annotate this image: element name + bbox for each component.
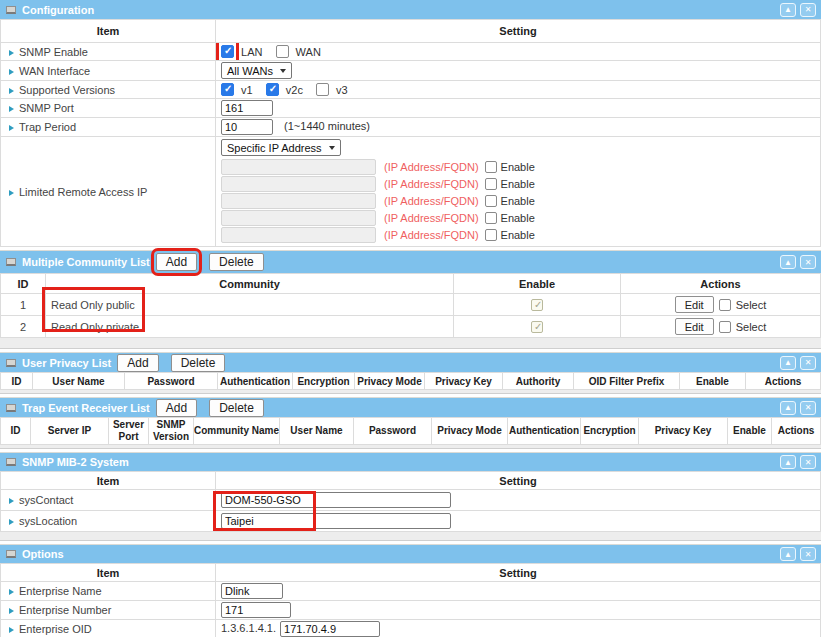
row-label: Limited Remote Access IP xyxy=(19,186,147,198)
collapse-icon[interactable]: ▲ xyxy=(780,547,796,561)
enable-label: Enable xyxy=(501,212,535,224)
snmp-port-input[interactable] xyxy=(221,100,273,116)
enable-label: Enable xyxy=(501,229,535,241)
table-row: SNMP Port xyxy=(1,99,821,118)
bullet-icon xyxy=(9,627,14,633)
remote-ip-enable-checkbox-5[interactable] xyxy=(485,229,497,241)
col-header: Authentication xyxy=(508,418,581,445)
bullet-icon xyxy=(9,125,14,131)
item-column-header: Item xyxy=(1,472,216,490)
trap-period-input[interactable] xyxy=(221,119,273,135)
col-header: Server IP xyxy=(31,418,109,445)
collapse-icon[interactable]: ▲ xyxy=(780,255,796,269)
chevron-down-icon xyxy=(329,146,335,150)
col-header-actions: Actions xyxy=(621,274,821,294)
v1-label: v1 xyxy=(241,84,253,96)
row-label: Enterprise Number xyxy=(19,604,111,616)
community-select-checkbox[interactable] xyxy=(719,321,731,333)
select-label: Select xyxy=(736,299,767,311)
community-add-button[interactable]: Add xyxy=(156,253,197,271)
remote-ip-enable-checkbox-2[interactable] xyxy=(485,178,497,190)
close-icon[interactable]: ✕ xyxy=(800,3,816,17)
remote-ip-enable-checkbox-4[interactable] xyxy=(485,212,497,224)
section-title: Options xyxy=(22,548,64,560)
close-icon[interactable]: ✕ xyxy=(800,401,816,415)
item-column-header: Item xyxy=(1,20,216,43)
remote-ip-enable-checkbox-3[interactable] xyxy=(485,195,497,207)
community-edit-button[interactable]: Edit xyxy=(675,318,714,335)
close-icon[interactable]: ✕ xyxy=(800,455,816,469)
window-icon xyxy=(6,359,16,367)
remote-ip-input-5[interactable] xyxy=(221,227,376,243)
table-row: sysContact xyxy=(1,490,821,511)
close-icon[interactable]: ✕ xyxy=(800,356,816,370)
community-select-checkbox[interactable] xyxy=(719,299,731,311)
enterprise-name-input[interactable] xyxy=(221,583,283,599)
remote-ip-input-2[interactable] xyxy=(221,176,376,192)
remote-ip-input-3[interactable] xyxy=(221,193,376,209)
community-enable-checkbox xyxy=(531,299,543,311)
bullet-icon xyxy=(9,88,14,94)
privacy-add-button[interactable]: Add xyxy=(117,354,158,372)
remote-ip-row: (IP Address/FQDN) Enable xyxy=(221,176,815,192)
collapse-icon[interactable]: ▲ xyxy=(780,356,796,370)
remote-ip-row: (IP Address/FQDN) Enable xyxy=(221,159,815,175)
multiple-community-list-header: Multiple Community List Add Delete ▲ ✕ xyxy=(0,251,821,273)
close-icon[interactable]: ✕ xyxy=(800,255,816,269)
section-title: User Privacy List xyxy=(22,357,111,369)
oid-prefix: 1.3.6.1.4.1. xyxy=(221,622,276,634)
trap-add-button[interactable]: Add xyxy=(156,399,197,417)
enterprise-oid-input[interactable] xyxy=(280,621,380,637)
collapse-icon[interactable]: ▲ xyxy=(780,401,796,415)
col-header: Encryption xyxy=(293,373,355,390)
bullet-icon xyxy=(9,106,14,112)
version-v2c-checkbox[interactable] xyxy=(266,83,279,96)
table-row: sysLocation xyxy=(1,511,821,532)
remote-ip-input-4[interactable] xyxy=(221,210,376,226)
syslocation-input[interactable] xyxy=(221,513,451,529)
col-header-community: Community xyxy=(46,274,454,294)
item-column-header: Item xyxy=(1,564,216,582)
community-row-id: 2 xyxy=(1,316,46,338)
wan-interface-select[interactable]: All WANs xyxy=(221,62,292,79)
v2c-label: v2c xyxy=(286,84,303,96)
trap-event-receiver-list-section: Trap Event Receiver List Add Delete ▲ ✕ … xyxy=(0,397,821,449)
remote-access-mode-select[interactable]: Specific IP Address xyxy=(221,139,341,156)
community-edit-button[interactable]: Edit xyxy=(675,296,714,313)
row-label: SNMP Enable xyxy=(19,46,88,58)
table-row: 1 Read Only public Edit Select xyxy=(1,294,821,316)
collapse-icon[interactable]: ▲ xyxy=(780,455,796,469)
trap-delete-button[interactable]: Delete xyxy=(209,399,264,417)
collapse-icon[interactable]: ▲ xyxy=(780,3,796,17)
version-v1-checkbox[interactable] xyxy=(221,83,234,96)
col-header: Enable xyxy=(680,373,746,390)
col-header: OID Filter Prefix xyxy=(574,373,680,390)
window-icon xyxy=(6,6,16,14)
setting-column-header: Setting xyxy=(216,564,821,582)
ip-hint: (IP Address/FQDN) xyxy=(384,178,479,190)
community-delete-button[interactable]: Delete xyxy=(209,253,264,271)
syscontact-input[interactable] xyxy=(221,492,451,508)
version-v3-checkbox[interactable] xyxy=(316,83,329,96)
trap-event-receiver-list-header: Trap Event Receiver List Add Delete ▲ ✕ xyxy=(0,398,821,417)
snmp-enable-lan-checkbox[interactable] xyxy=(221,45,234,57)
enable-label: Enable xyxy=(501,161,535,173)
remote-ip-input-1[interactable] xyxy=(221,159,376,175)
col-header: User Name xyxy=(280,418,354,445)
enterprise-number-input[interactable] xyxy=(221,602,291,618)
col-header: Server Port xyxy=(109,418,149,445)
privacy-delete-button[interactable]: Delete xyxy=(171,354,226,372)
enable-label: Enable xyxy=(501,178,535,190)
col-header: Privacy Key xyxy=(639,418,728,445)
snmp-enable-wan-checkbox[interactable] xyxy=(276,45,289,58)
bullet-icon xyxy=(9,608,14,614)
col-header: ID xyxy=(1,418,31,445)
col-header: Community Name xyxy=(194,418,280,445)
remote-ip-row: (IP Address/FQDN) Enable xyxy=(221,210,815,226)
remote-ip-enable-checkbox-1[interactable] xyxy=(485,161,497,173)
col-header: SNMP Version xyxy=(149,418,194,445)
options-header: Options ▲ ✕ xyxy=(0,545,821,563)
col-header: ID xyxy=(1,373,33,390)
close-icon[interactable]: ✕ xyxy=(800,547,816,561)
col-header: User Name xyxy=(33,373,125,390)
